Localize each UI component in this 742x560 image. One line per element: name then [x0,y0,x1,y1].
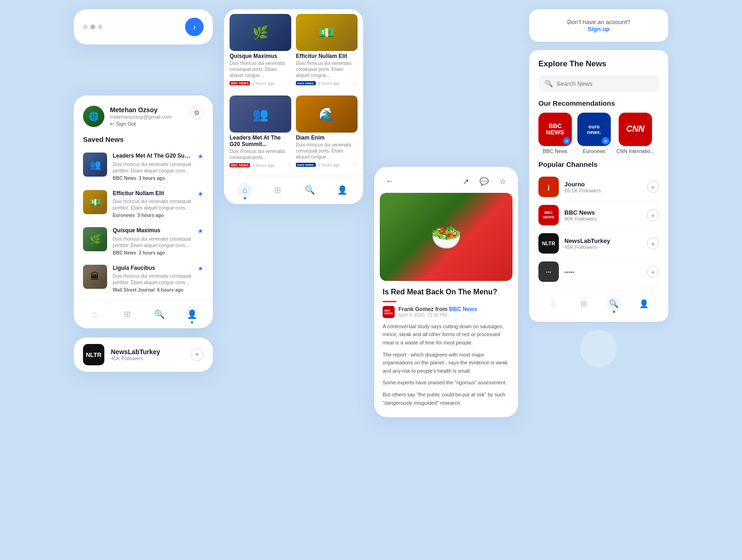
news-content-3: Quisque Maximus Duis rhoncus dui venenat… [113,227,192,255]
star-icon-3[interactable]: ★ [198,227,204,235]
journo-follow-button[interactable]: + [647,181,659,193]
profile-bottom-nav: ⌂ ⊞ 🔍 👤 [74,300,213,328]
feed-card: 🌿 Quisque Maximus Duis rhoncus dui venen… [224,9,363,204]
feed-img-2: 💵 [296,14,358,51]
article-author-info: Frank Gomez from BBC News April 9, 2020,… [398,306,477,318]
bbc-follow-button[interactable]: + [647,209,659,221]
next-button[interactable]: › [185,18,204,36]
rec-channel-euro[interactable]: euronews. + Euronews [577,113,611,154]
star-icon-1[interactable]: ★ [198,153,204,160]
settings-button[interactable]: ⚙ [190,106,204,120]
rec-plus-bbc[interactable]: + [563,137,570,145]
user-email: metehanozsoy@gmail.com [110,114,172,120]
bbc-logo-2: BBC NEWS [230,163,250,167]
channel-follow-button[interactable]: + [191,348,204,361]
feed-fav-1[interactable]: ☆ [287,80,291,86]
rec-name-cnn: CNN Internatio... [616,148,654,154]
nav-profile-active[interactable]: 👤 [185,307,199,322]
news-meta-4: Wall Street Journal 6 hours ago [113,287,192,293]
search-bar[interactable]: 🔍 [538,75,659,92]
popular-item-bbc[interactable]: BBCNEWS BBC News 80K Followers + [538,201,659,229]
feed-grid-item-2[interactable]: 💵 Efficitur Nullam Elit Duis rhoncus dui… [296,14,358,86]
rec-channels-list: BBCNEWS + BBC News euronews. + Euronews … [538,113,659,154]
nltr-logo: NLTR [83,344,104,365]
right-panel: Don't have an account? Sign up Explore T… [529,9,668,367]
exp-nav-grid[interactable]: ⊞ [577,297,591,311]
saved-news-item-2[interactable]: 💵 Efficitur Nullam Elit Duis rhoncus dui… [74,185,213,223]
popular-info-nltr: NewsLabTurkey 45K Followers [564,237,641,250]
feed-grid-item-1[interactable]: 🌿 Quisque Maximus Duis rhoncus dui venen… [230,14,291,86]
feed-fav-4[interactable]: ☆ [353,162,358,168]
bbc-news-label: BBCNEWS [384,309,393,315]
exp-nav-profile[interactable]: 👤 [637,297,651,311]
saved-news-item-4[interactable]: 🏛 Ligula Faucibus Duis rhoncus dui venen… [74,260,213,298]
rec-channel-bbc[interactable]: BBCNEWS + BBC News [538,113,572,154]
signup-link[interactable]: Sign up [538,25,659,32]
nav-search[interactable]: 🔍 [152,307,167,322]
news-title-2: Efficitur Nullam Elit [113,190,192,197]
article-comment-button[interactable]: 💬 [477,174,491,188]
feed-nav-search[interactable]: 🔍 [302,183,317,197]
article-source-link[interactable]: BBC News [449,306,477,312]
article-body: A controversial study says cutting down … [383,323,510,407]
popular-info-bbc: BBC News 80K Followers [564,209,641,222]
rec-channel-cnn[interactable]: CNN CNN Internatio... [616,113,654,154]
feed-time-3: 3 hours ago [252,163,275,168]
exp-nav-dot [613,311,615,313]
profile-header: 🌐 Metehan Ozsoy metehanozsoy@gmail.com ↩… [74,95,213,134]
signout-button[interactable]: ↩ Sign Out [110,121,172,127]
article-para-1: A controversial study says cutting down … [383,323,510,347]
search-input[interactable] [556,80,652,87]
article-back-button[interactable]: ← [383,174,397,188]
star-icon-4[interactable]: ★ [198,265,204,272]
star-icon-2[interactable]: ★ [198,190,204,197]
article-bookmark-button[interactable]: ☆ [496,174,510,188]
rec-plus-euro[interactable]: + [602,137,609,145]
feed-source-2: euro news. 3 hours ago ☆ [296,80,358,86]
feed-item-title-2: Efficitur Nullam Elit [296,53,358,59]
feed-nav-home-active[interactable]: ⌂ [237,183,252,197]
profile-info: Metehan Ozsoy metehanozsoy@gmail.com ↩ S… [110,106,172,127]
feed-fav-2[interactable]: ☆ [353,80,358,86]
popular-item-journo[interactable]: j Journo 65.1K Followers + [538,173,659,201]
rec-name-euro: Euronews [583,148,606,154]
news-meta-1: BBC News 3 hours ago [113,176,192,181]
rec-logo-cnn: CNN [619,113,652,146]
nav-grid[interactable]: ⊞ [120,307,134,322]
feed-nav-profile[interactable]: 👤 [335,183,350,197]
feed-grid-item-3[interactable]: 👥 Leaders Met At The G20 Summit... Duis … [230,95,291,168]
dot-2 [90,25,95,29]
article-share-button[interactable]: ↗ [459,174,473,188]
feed-source-1: BBC NEWS 2 hours ago ☆ [230,80,291,86]
feed-nav-grid[interactable]: ⊞ [270,183,285,197]
news-desc-2: Duis rhoncus dui venenatis consequat por… [113,198,192,211]
saved-news-item-1[interactable]: 👥 Leaders Met At The G20 Summit... Duis … [74,148,213,185]
no-account-text: Don't have an account? [538,19,659,25]
nav-home[interactable]: ⌂ [87,307,102,322]
nltr-pop-followers: 45K Followers [564,244,641,250]
news-desc-1: Duis rhoncus dui venenatis consequat por… [113,161,192,174]
exp-nav-home[interactable]: ⌂ [547,297,561,311]
bbc-pop-name: BBC News [564,209,641,216]
article-title-bar [383,301,397,302]
journo-name: Journo [564,181,641,188]
extra-follow-button[interactable]: + [647,266,659,278]
article-author-row: BBCNEWS Frank Gomez from BBC News April … [383,306,510,318]
article-top-nav: ← ↗ 💬 ☆ [374,167,518,193]
popular-item-nltr[interactable]: NLTR NewsLabTurkey 45K Followers + [538,229,659,258]
article-para-3: Some experts have praised the "rigorous"… [383,379,510,387]
exp-nav-search-active[interactable]: 🔍 [607,297,621,311]
profile-card: 🌐 Metehan Ozsoy metehanozsoy@gmail.com ↩… [74,95,213,328]
saved-news-item-3[interactable]: 🌿 Quisque Maximus Duis rhoncus dui venen… [74,223,213,260]
rec-name-bbc: BBC News [543,148,567,154]
signout-icon: ↩ [110,121,114,127]
nltr-pop-name: NewsLabTurkey [564,237,641,244]
feed-item-desc-1: Duis rhoncus dui venenatis consequat por… [230,60,291,78]
article-hero-emoji: 🥗 [430,222,462,252]
popular-item-extra[interactable]: ··· ----- + [538,258,659,286]
nltr-follow-button[interactable]: + [647,237,659,249]
feed-grid-item-4[interactable]: 🌊 Diam Enim Duis rhoncus dui venenatis c… [296,95,358,168]
user-name: Metehan Ozsoy [110,106,172,114]
feed-time-1: 2 hours ago [252,81,275,86]
feed-fav-3[interactable]: ☆ [287,162,291,168]
